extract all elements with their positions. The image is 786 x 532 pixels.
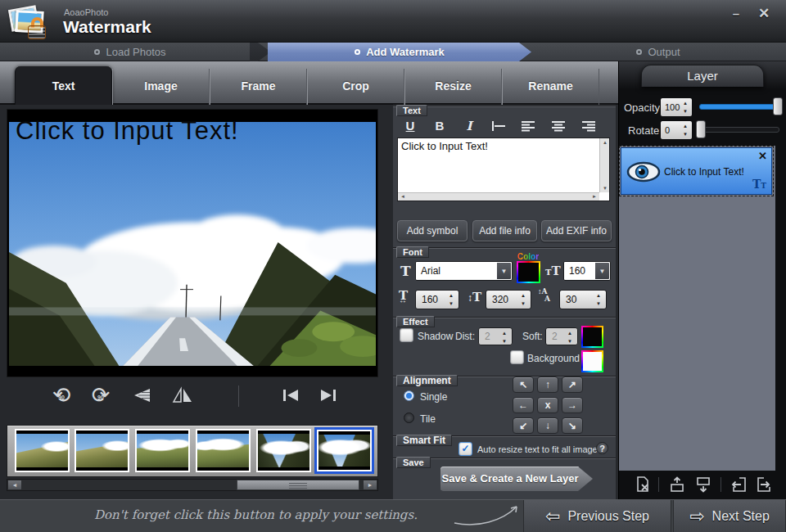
spinner-arrows-icon[interactable]: ▲▼ <box>499 329 509 345</box>
thumbnail-strip <box>7 425 378 477</box>
watermark-text-input[interactable]: Click to Input Text! ▲ ▼ ◄ ► <box>397 138 610 201</box>
layer-delete-icon[interactable]: ✕ <box>758 150 767 162</box>
font-family-select[interactable]: Arial ▼ <box>415 261 513 281</box>
font-size-select[interactable]: 160 ▼ <box>563 261 611 281</box>
opacity-spinner[interactable]: 100 ▲▼ <box>660 97 693 117</box>
shadow-color-swatch[interactable] <box>581 326 603 348</box>
tile-radio[interactable] <box>404 413 414 423</box>
close-button[interactable]: ✕ <box>753 6 775 22</box>
align-center-pos-button[interactable]: x <box>537 397 558 413</box>
align-left-pos-button[interactable]: ← <box>513 397 534 413</box>
auto-resize-checkbox[interactable]: ✓ <box>458 442 472 456</box>
export-layers-button[interactable] <box>756 476 774 494</box>
step-label: Load Photos <box>106 46 165 58</box>
thumbnail-6-selected[interactable] <box>314 427 374 474</box>
move-layer-up-button[interactable] <box>668 476 686 494</box>
step-output[interactable]: Output <box>531 43 786 61</box>
add-exif-info-button[interactable]: Add EXIF info <box>541 220 612 241</box>
spinner-arrows-icon[interactable]: ▲▼ <box>680 122 690 138</box>
scroll-right-icon[interactable]: ► <box>590 194 599 199</box>
next-photo-button[interactable] <box>314 381 342 410</box>
align-left-button[interactable] <box>516 116 540 135</box>
dist-spinner[interactable]: 2 ▲▼ <box>478 327 513 345</box>
scroll-up-icon[interactable]: ▲ <box>600 140 610 145</box>
spinner-arrows-icon[interactable]: ▲▼ <box>446 291 456 308</box>
watermark-text-overlay[interactable]: Click to Input Text! <box>16 116 239 146</box>
thumbnail-photo <box>197 431 249 471</box>
step-load-photos[interactable]: Load Photos <box>0 43 260 61</box>
help-icon[interactable]: ? <box>596 442 608 454</box>
thumbnail-5[interactable] <box>256 429 311 472</box>
step-add-watermark[interactable]: Add Watermark <box>268 43 531 61</box>
scroll-right-button[interactable]: ► <box>363 480 377 490</box>
scrollbar-thumb[interactable] <box>237 480 359 490</box>
font-color-swatch[interactable] <box>517 261 540 283</box>
align-bottom-button[interactable]: ↓ <box>537 417 558 434</box>
opacity-slider-track[interactable] <box>699 104 779 110</box>
tab-rename[interactable]: Rename <box>502 69 599 105</box>
rotate-left-90-button[interactable]: ⟲ 90 <box>47 381 75 410</box>
spinner-arrows-icon[interactable]: ▲▼ <box>518 291 528 308</box>
align-right-pos-button[interactable]: → <box>562 397 583 413</box>
minimize-button[interactable]: – <box>725 6 747 22</box>
align-right-icon <box>581 120 596 132</box>
scroll-left-icon[interactable]: ◄ <box>398 194 408 199</box>
line-spacing-spinner[interactable]: 30 ▲▼ <box>559 290 607 309</box>
add-symbol-button[interactable]: Add symbol <box>397 220 468 241</box>
next-step-button[interactable]: ⇨ Next Step <box>673 500 786 532</box>
thumbnail-1[interactable] <box>15 429 70 472</box>
strikethrough-button[interactable] <box>486 116 511 135</box>
bold-button[interactable]: B <box>427 116 452 135</box>
tab-image[interactable]: Image <box>112 69 210 105</box>
text-horizontal-scrollbar[interactable]: ◄ ► <box>398 192 599 201</box>
import-layers-button[interactable] <box>730 476 748 494</box>
spinner-arrows-icon[interactable]: ▲▼ <box>594 291 603 308</box>
align-top-button[interactable]: ↑ <box>537 376 558 393</box>
tab-crop[interactable]: Crop <box>307 69 404 105</box>
align-center-button[interactable] <box>546 116 571 135</box>
rotate-right-90-button[interactable]: ⟳ 90 <box>87 381 115 410</box>
tab-resize[interactable]: Resize <box>404 69 502 105</box>
thumbnail-2[interactable] <box>75 429 129 472</box>
delete-layer-button[interactable] <box>634 476 652 494</box>
text-vertical-scrollbar[interactable]: ▲ ▼ <box>599 138 609 192</box>
align-top-right-button[interactable]: ↗ <box>562 376 583 393</box>
previous-step-button[interactable]: ⇦ Previous Step <box>523 500 671 532</box>
tab-frame[interactable]: Frame <box>210 69 307 105</box>
char-height-spinner[interactable]: 320 ▲▼ <box>486 290 531 309</box>
soft-spinner[interactable]: 2 ▲▼ <box>545 327 578 345</box>
single-radio[interactable] <box>404 390 414 401</box>
add-file-info-button[interactable]: Add file info <box>472 220 537 241</box>
align-bottom-left-button[interactable]: ↙ <box>513 417 534 434</box>
underline-button[interactable]: U <box>398 116 422 135</box>
background-color-swatch[interactable] <box>581 350 603 372</box>
opacity-slider-handle[interactable] <box>773 97 783 115</box>
mirror-button[interactable] <box>169 381 196 410</box>
save-create-layer-button[interactable]: Save & Create a New Layer <box>440 467 593 491</box>
shadow-checkbox[interactable] <box>400 328 413 342</box>
thumbnail-photo <box>318 431 370 470</box>
flip-horizontal-button[interactable] <box>128 381 156 410</box>
align-right-button[interactable] <box>576 116 601 135</box>
dropdown-arrow-icon[interactable]: ▼ <box>595 263 609 279</box>
layer-visibility-eye-icon[interactable] <box>626 159 662 185</box>
previous-photo-button[interactable] <box>277 381 305 410</box>
layer-item-selected[interactable]: Click to Input Text! ✕ TT <box>621 147 772 195</box>
align-top-left-button[interactable]: ↖ <box>513 376 534 393</box>
move-layer-down-button[interactable] <box>694 476 712 494</box>
thumbnail-4[interactable] <box>196 429 251 472</box>
scroll-left-button[interactable]: ◄ <box>7 480 22 490</box>
rotate-slider-track[interactable] <box>699 127 779 133</box>
scroll-down-icon[interactable]: ▼ <box>600 186 610 191</box>
spinner-arrows-icon[interactable]: ▲▼ <box>680 99 690 115</box>
thumbnail-3[interactable] <box>135 429 190 472</box>
italic-button[interactable]: I <box>457 116 481 135</box>
rotate-spinner[interactable]: 0 ▲▼ <box>660 120 693 140</box>
tab-text[interactable]: Text <box>15 66 112 105</box>
dropdown-arrow-icon[interactable]: ▼ <box>497 263 511 279</box>
align-bottom-right-button[interactable]: ↘ <box>562 417 583 434</box>
rotate-slider-handle[interactable] <box>696 120 706 138</box>
spinner-arrows-icon[interactable]: ▲▼ <box>565 329 575 345</box>
background-checkbox[interactable] <box>510 350 524 364</box>
char-width-spinner[interactable]: 160 ▲▼ <box>415 290 459 309</box>
